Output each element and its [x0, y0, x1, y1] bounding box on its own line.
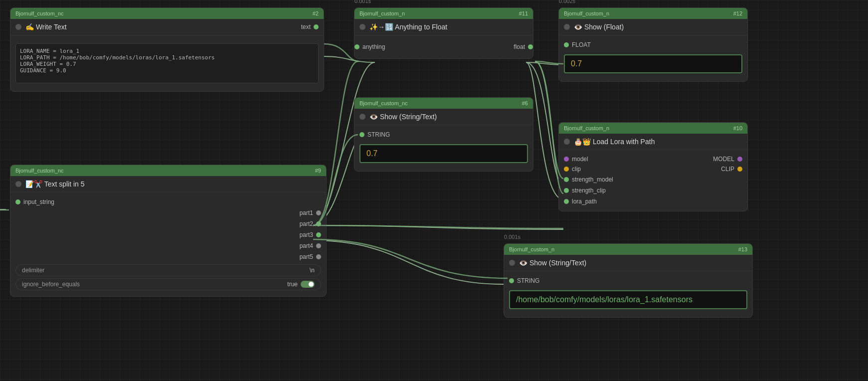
part4-label: part4	[300, 242, 313, 249]
model-out-port[interactable]	[737, 157, 742, 162]
show-string-6-node: Bjornulf_custom_nc #6 👁️ Show (String/Te…	[354, 97, 533, 172]
part2-label: part2	[300, 220, 313, 227]
write-text-header: Bjornulf_custom_nc #2	[10, 8, 324, 19]
show-string-13-title: 👁️ Show (String/Text)	[519, 259, 586, 267]
text-split-title: 📝✂️ Text split in 5	[25, 180, 85, 188]
clip-out-label: CLIP	[721, 166, 734, 173]
text-split-header: Bjornulf_custom_nc #9	[10, 165, 326, 176]
show-string-6-header: Bjornulf_custom_nc #6	[354, 98, 533, 109]
anything-to-float-label: Bjornulf_custom_n	[359, 10, 405, 16]
text-split-body: input_string part1 part2 part3 part4 par…	[10, 192, 326, 296]
write-text-status-dot	[15, 24, 21, 30]
show-string-13-label: Bjornulf_custom_n	[509, 246, 554, 252]
text-split-title-bar: 📝✂️ Text split in 5	[10, 176, 326, 192]
show-string-13-header: Bjornulf_custom_n #13	[504, 244, 752, 255]
string-6-in-port[interactable]	[359, 132, 364, 137]
anything-to-float-title-bar: ✨→🔢 Anything to Float	[354, 19, 533, 35]
part1-label: part1	[300, 209, 313, 216]
input-string-port[interactable]	[15, 199, 20, 204]
string-13-in-port[interactable]	[509, 278, 514, 283]
text-split-node: Bjornulf_custom_nc #9 📝✂️ Text split in …	[10, 165, 327, 297]
text-split-id: #9	[315, 168, 321, 174]
model-in-port[interactable]	[564, 157, 569, 162]
part5-row: part5	[10, 251, 326, 262]
load-lora-label: Bjornulf_custom_n	[564, 125, 609, 131]
anything-to-float-body: anything float	[354, 35, 533, 58]
load-lora-header: Bjornulf_custom_n #10	[559, 123, 747, 134]
part3-label: part3	[300, 231, 313, 238]
strength-model-port[interactable]	[564, 177, 569, 182]
delimiter-field[interactable]: delimiter \n	[15, 264, 321, 276]
part4-row: part4	[10, 240, 326, 251]
show-string-13-id: #13	[738, 246, 747, 252]
show-float-12-body: FLOAT 0.7	[559, 35, 747, 81]
model-in-label: model	[572, 156, 588, 163]
anything-in-label: anything	[362, 43, 385, 50]
string-13-in-label: STRING	[517, 277, 539, 284]
strength-clip-port[interactable]	[564, 188, 569, 193]
show-float-12-display: 0.7	[564, 54, 742, 73]
string-13-in-row: STRING	[504, 275, 752, 286]
show-string-13-title-bar: 👁️ Show (String/Text)	[504, 255, 752, 271]
clip-out-port[interactable]	[737, 167, 742, 172]
text-out-port[interactable]	[314, 24, 319, 29]
show-float-12-label: Bjornulf_custom_n	[564, 10, 609, 16]
lora-path-label: lora_path	[572, 198, 597, 205]
part2-port[interactable]	[316, 221, 321, 226]
part4-port[interactable]	[316, 243, 321, 248]
load-lora-node: Bjornulf_custom_n #10 🎂👑 Load Lora with …	[558, 122, 748, 211]
strength-clip-label: strength_clip	[572, 187, 606, 194]
show-string-6-id: #6	[522, 100, 528, 106]
show-string-13-timing: 0.001s	[504, 234, 521, 240]
model-out-label: MODEL	[713, 156, 734, 163]
part5-port[interactable]	[316, 254, 321, 259]
load-lora-title-bar: 🎂👑 Load Lora with Path	[559, 134, 747, 150]
anything-in-port[interactable]	[354, 44, 359, 49]
strength-model-label: strength_model	[572, 176, 613, 183]
show-string-6-label: Bjornulf_custom_nc	[359, 100, 408, 106]
show-float-12-title-bar: 👁️ Show (Float)	[559, 19, 747, 35]
load-lora-body: model MODEL clip CLIP strength_model	[559, 150, 747, 211]
ignore-value: true	[287, 281, 298, 288]
ignore-before-equals-field[interactable]: ignore_before_equals true	[15, 278, 321, 290]
show-string-13-node: 0.001s Bjornulf_custom_n #13 👁️ Show (St…	[504, 243, 753, 318]
show-string-6-body: STRING 0.7	[354, 125, 533, 171]
write-text-body: LORA_NAME = lora_1 LORA_PATH = /home/bob…	[10, 35, 324, 91]
lora-path-port[interactable]	[564, 199, 569, 204]
show-string-13-body: STRING /home/bob/comfy/models/loras/lora…	[504, 271, 752, 317]
delimiter-value: \n	[310, 267, 315, 274]
string-6-in-label: STRING	[367, 131, 390, 138]
anything-to-float-header: Bjornulf_custom_n #11	[354, 8, 533, 19]
write-text-title: ✍️ Write Text	[25, 23, 67, 31]
show-float-12-header: Bjornulf_custom_n #12	[559, 8, 747, 19]
anything-to-float-timing: 0.001s	[354, 0, 371, 4]
write-text-content[interactable]: LORA_NAME = lora_1 LORA_PATH = /home/bob…	[15, 43, 319, 83]
anything-to-float-id: #11	[519, 10, 528, 16]
show-string-6-title: 👁️ Show (String/Text)	[369, 113, 437, 121]
show-string-13-display: /home/bob/comfy/models/loras/lora_1.safe…	[509, 290, 747, 309]
ignore-label: ignore_before_equals	[22, 281, 80, 288]
clip-in-port[interactable]	[564, 167, 569, 172]
part3-port[interactable]	[316, 232, 321, 237]
ignore-toggle[interactable]	[301, 281, 315, 288]
text-out-label: text	[301, 23, 311, 30]
show-float-12-id: #12	[733, 10, 742, 16]
part1-port[interactable]	[316, 210, 321, 215]
write-text-node: Bjornulf_custom_nc #2 ✍️ Write Text text…	[10, 7, 324, 92]
part5-label: part5	[300, 253, 313, 260]
write-text-label: Bjornulf_custom_nc	[15, 10, 64, 16]
float-12-in-port[interactable]	[564, 42, 569, 47]
anything-to-float-status-dot	[359, 24, 365, 30]
strength-model-row: strength_model	[559, 174, 747, 185]
show-float-12-timing: 0.002s	[559, 0, 575, 4]
text-split-label: Bjornulf_custom_nc	[15, 168, 64, 174]
delimiter-label: delimiter	[22, 267, 44, 274]
load-lora-id: #10	[733, 125, 742, 131]
part3-row: part3	[10, 229, 326, 240]
anything-in-row: anything	[354, 41, 390, 52]
input-string-row: input_string	[10, 196, 326, 207]
float-out-port[interactable]	[528, 44, 533, 49]
write-text-id: #2	[313, 10, 319, 16]
float-out-row: float	[509, 41, 533, 52]
string-6-in-row: STRING	[354, 129, 533, 140]
